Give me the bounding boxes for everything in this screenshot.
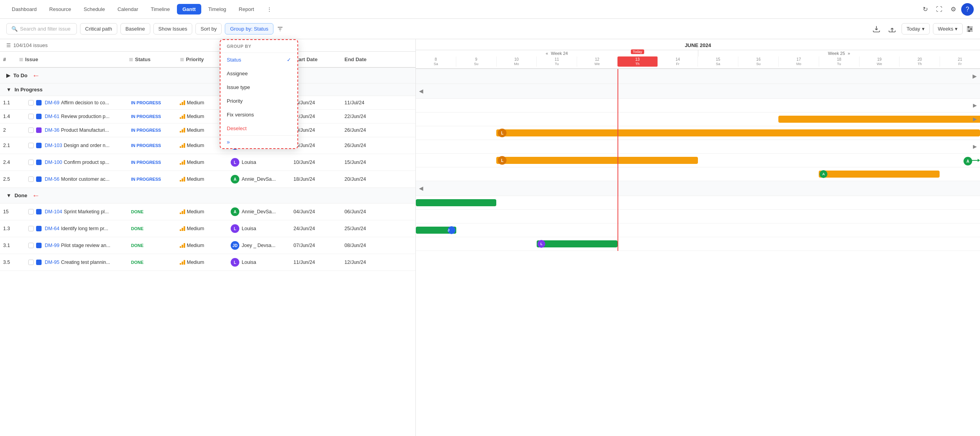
gantt-nav-left-inprogress[interactable]: ◀ <box>419 88 423 94</box>
check-icon: ✓ <box>287 57 291 63</box>
gantt-week-25: Week 25 » <box>698 50 980 56</box>
row-num: 1.4 <box>0 112 16 121</box>
nav-resource[interactable]: Resource <box>44 4 77 15</box>
issue-id[interactable]: DM-56 <box>45 176 60 182</box>
refresh-icon[interactable]: ↻ <box>919 3 931 16</box>
row-assignee: A Annie_DevSa... <box>228 206 290 218</box>
dropdown-item-status[interactable]: Status ✓ <box>220 53 297 67</box>
gantt-bar-dm56[interactable]: A <box>819 171 940 178</box>
upload-icon[interactable] <box>886 23 898 35</box>
day-10: 10Mo <box>497 56 537 67</box>
gantt-bar-dm99[interactable]: J <box>416 227 456 234</box>
dropdown-item-deselect[interactable]: Deselect <box>220 122 297 135</box>
row-end: 22/Jun/24 <box>341 112 392 121</box>
row-status: DONE <box>126 241 177 250</box>
row-checkbox <box>28 100 34 105</box>
group-inprogress[interactable]: ▼ In Progress <box>0 84 415 96</box>
avatar-end-bar: A <box>964 157 972 165</box>
issue-id[interactable]: DM-61 <box>45 114 60 119</box>
dropdown-item-priority[interactable]: Priority <box>220 94 297 108</box>
fullscreen-icon[interactable]: ⛶ <box>933 3 945 16</box>
issue-id[interactable]: DM-104 <box>45 209 62 214</box>
gantt-nav-right[interactable]: ▶ <box>973 102 977 108</box>
gantt-bar-dm100[interactable]: L <box>496 157 698 164</box>
gantt-row-dm104 <box>416 196 980 210</box>
group-todo[interactable]: ▶ To Do ← <box>0 68 415 84</box>
arrow-indicator: ← <box>32 71 40 80</box>
help-icon[interactable]: ? <box>961 3 974 16</box>
dropdown-item-issue-type[interactable]: Issue type <box>220 80 297 94</box>
gantt-nav-right3[interactable]: ▶ <box>973 144 977 149</box>
assignee-name: Joey _ Devsa... <box>242 243 275 248</box>
today-button[interactable]: Today ▾ <box>902 23 930 35</box>
show-issues-button[interactable]: Show Issues <box>153 23 193 35</box>
issue-id[interactable]: DM-64 <box>45 226 60 231</box>
dropdown-item-assignee[interactable]: Assignee <box>220 67 297 80</box>
group-todo-label: To Do <box>13 73 27 78</box>
gantt-bar-dm61[interactable]: E <box>778 116 980 123</box>
group-done[interactable]: ▼ Done ← <box>0 188 415 203</box>
nav-gantt[interactable]: Gantt <box>177 4 201 15</box>
nav-report[interactable]: Report <box>233 4 260 15</box>
row-issue: DM-69 Affirm decision to co... <box>16 98 126 107</box>
today-vertical-line <box>618 69 618 251</box>
row-end: 06/Jun/24 <box>341 207 392 216</box>
nav-more[interactable]: ⋮ <box>261 4 277 15</box>
row-checkbox <box>28 226 34 231</box>
row-checkbox <box>28 127 34 133</box>
issue-id[interactable]: DM-103 <box>45 143 62 148</box>
gantt-nav-left-done[interactable]: ◀ <box>419 185 423 191</box>
issue-id[interactable]: DM-99 <box>45 243 60 248</box>
search-icon: 🔍 <box>11 26 18 32</box>
download-icon[interactable] <box>870 23 883 35</box>
row-end: 25/Jun/24 <box>341 224 392 233</box>
chevron-right-icon[interactable]: » <box>848 51 850 56</box>
weeks-button[interactable]: Weeks ▾ <box>933 23 963 35</box>
gantt-bar-dm104[interactable] <box>416 199 496 206</box>
nav-timelog[interactable]: Timelog <box>203 4 232 15</box>
row-num: 2.5 <box>0 175 16 183</box>
avatar-bar-dm56: A <box>820 170 827 178</box>
gantt-nav-right-todo[interactable]: ▶ <box>973 73 977 79</box>
gantt-group-todo: ▶ <box>416 69 980 84</box>
nav-calendar[interactable]: Calendar <box>112 4 144 15</box>
row-end: 20/Jun/24 <box>341 175 392 183</box>
settings-icon[interactable]: ⚙ <box>947 3 960 16</box>
search-button[interactable]: 🔍 Search and filter issue <box>6 23 77 35</box>
nav-dashboard[interactable]: Dashboard <box>6 4 42 15</box>
critical-path-button[interactable]: Critical path <box>80 23 117 35</box>
filter-icon[interactable] <box>277 25 284 33</box>
issue-id[interactable]: DM-95 <box>45 260 60 265</box>
dropdown-item-fix-versions[interactable]: Fix versions <box>220 108 297 122</box>
table-row: 2 DM-36 Product Manufacturi... IN PROGRE… <box>0 124 415 137</box>
gantt-row-dm95: L <box>416 237 980 251</box>
nav-timeline[interactable]: Timeline <box>145 4 175 15</box>
day-12: 12We <box>577 56 618 67</box>
gantt-header: JUNE 2024 « Week 24 Week 25 » 8Sa 9Su 10… <box>416 39 980 69</box>
group-by-button[interactable]: Group by: Status <box>225 23 273 35</box>
baseline-button[interactable]: Baseline <box>120 23 150 35</box>
row-checkbox <box>28 209 34 214</box>
gantt-row-dm100: L A <box>416 154 980 167</box>
issue-id[interactable]: DM-69 <box>45 100 60 105</box>
chevron-right-icon[interactable]: » <box>227 139 230 145</box>
nav-schedule[interactable]: Schedule <box>78 4 110 15</box>
view-settings-icon[interactable] <box>966 25 974 33</box>
gantt-bar-dm36[interactable]: L <box>496 129 980 136</box>
issue-id[interactable]: DM-100 <box>45 160 62 165</box>
row-end: 26/Jun/24 <box>341 126 392 134</box>
day-19: 19We <box>860 56 900 67</box>
row-issue: DM-103 Design and order n... <box>16 141 126 150</box>
row-start: 18/Jun/24 <box>290 175 341 183</box>
chevron-left-icon[interactable]: « <box>546 51 548 56</box>
gantt-nav-right2[interactable]: ▶ <box>973 116 977 122</box>
issue-id[interactable]: DM-36 <box>45 127 60 133</box>
sort-by-button[interactable]: Sort by <box>195 23 222 35</box>
row-start: 04/Jun/24 <box>290 207 341 216</box>
row-num: 2.1 <box>0 141 16 150</box>
table-row: 3.1 DM-99 Pilot stage review an... DONE <box>0 237 415 254</box>
gantt-bar-dm95[interactable]: L <box>537 240 617 247</box>
row-status: DONE <box>126 207 177 216</box>
row-priority: Medium <box>177 207 228 216</box>
row-assignee: JD Joey _ Devsa... <box>228 240 290 251</box>
